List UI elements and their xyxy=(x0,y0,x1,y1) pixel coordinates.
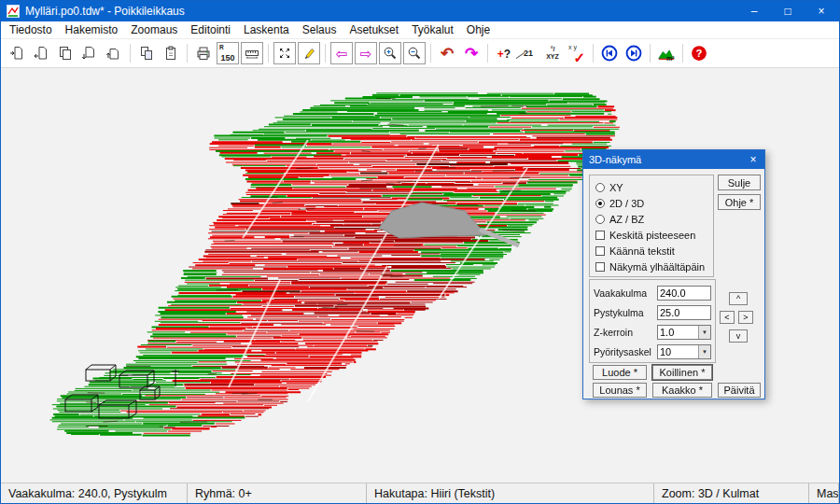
checkbox-icon xyxy=(595,231,605,240)
undo-button[interactable]: ↶ xyxy=(435,41,459,65)
coordinates-button[interactable]: °/XYZ xyxy=(540,41,565,65)
status-zoom: Zoom: 3D / Kulmat xyxy=(654,483,809,503)
sulje-button[interactable]: Sulje xyxy=(718,175,761,190)
checkbox-icon xyxy=(595,262,605,272)
previous-section-button[interactable] xyxy=(597,41,622,65)
view-mode-group: XY 2D / 3D AZ / BZ Keskitä pisteeseen Kä… xyxy=(589,175,714,277)
minimize-button[interactable]: – xyxy=(740,5,768,18)
copy-icon xyxy=(139,46,154,61)
read-file-button[interactable] xyxy=(5,41,29,65)
checkbox-kaanna-tekstit[interactable]: Käännä tekstit xyxy=(595,243,713,259)
redo-button[interactable]: ↷ xyxy=(459,41,483,65)
radio-az-bz[interactable]: AZ / BZ xyxy=(595,211,713,227)
pystykulma-field xyxy=(657,305,711,320)
z-kerroin-input[interactable] xyxy=(658,326,698,339)
volume-button[interactable]: m³ xyxy=(654,41,679,65)
zoom-out-button[interactable] xyxy=(403,42,426,64)
xy-checkmark-icon: x y✓ xyxy=(567,43,586,63)
menubar: Tiedosto Hakemisto Zoomaus Editointi Las… xyxy=(1,21,839,39)
page-arrow-in-icon xyxy=(9,46,24,61)
help-button[interactable]: ? xyxy=(687,41,711,65)
scale-icon: R150 xyxy=(217,44,238,63)
menu-tiedosto[interactable]: Tiedosto xyxy=(3,21,59,38)
write-file-button[interactable] xyxy=(29,41,53,65)
lounas-button[interactable]: Lounas * xyxy=(593,383,647,398)
rotate-right-button[interactable]: > xyxy=(738,311,753,324)
help-icon: ? xyxy=(691,45,707,62)
copy-button[interactable] xyxy=(134,41,159,65)
page-arrow-up-icon xyxy=(106,46,121,61)
pyoritysaskel-row: Pyöritysaskel ▼ xyxy=(590,342,715,361)
zoom-in-button[interactable] xyxy=(379,42,401,64)
toolbar-separator xyxy=(682,44,683,63)
pencil-icon xyxy=(301,46,316,61)
toolbar-separator xyxy=(487,44,488,63)
dialog-close-button[interactable]: × xyxy=(746,153,761,166)
point-query-icon: +? xyxy=(497,45,511,62)
pyoritysaskel-input[interactable] xyxy=(658,345,698,358)
maximize-button[interactable]: □ xyxy=(774,5,802,18)
printer-icon xyxy=(196,46,211,61)
vaakakulma-input[interactable] xyxy=(658,287,710,300)
approve-points-button[interactable]: x y✓ xyxy=(565,41,589,65)
menu-selaus[interactable]: Selaus xyxy=(296,21,343,38)
paivita-button[interactable]: Päivitä xyxy=(718,383,761,398)
pan-right-button[interactable]: ⇨ xyxy=(355,42,377,64)
radio-icon xyxy=(595,215,605,224)
pystykulma-input[interactable] xyxy=(658,306,710,319)
svg-text:?: ? xyxy=(696,48,703,59)
radio-2d-3d[interactable]: 2D / 3D xyxy=(595,195,713,211)
toolbar-separator xyxy=(130,44,131,63)
undo-icon: ↶ xyxy=(441,46,454,62)
menu-hakemisto[interactable]: Hakemisto xyxy=(59,21,125,38)
paste-button[interactable] xyxy=(159,41,183,65)
next-section-button[interactable] xyxy=(622,41,646,65)
menu-editointi[interactable]: Editointi xyxy=(184,21,237,38)
menu-asetukset[interactable]: Asetukset xyxy=(343,21,405,38)
ohje-button[interactable]: Ohje * xyxy=(718,194,761,210)
dialog-title: 3D-näkymä xyxy=(589,154,641,165)
menu-laskenta[interactable]: Laskenta xyxy=(237,21,296,38)
svg-text:m³: m³ xyxy=(666,55,675,62)
print-button[interactable] xyxy=(191,41,216,65)
drawing-area: 3D-näkymä × XY 2D / 3D AZ / BZ xyxy=(1,68,839,483)
toolbar: R150 ⇦ ⇨ xyxy=(1,39,839,68)
checkbox-keskita-pisteeseen[interactable]: Keskitä pisteeseen xyxy=(595,227,713,243)
fit-view-button[interactable] xyxy=(273,42,296,64)
magnifier-plus-icon xyxy=(383,46,398,61)
clipboard-icon xyxy=(163,46,178,61)
menu-tyokalut[interactable]: Työkalut xyxy=(405,21,460,38)
rotate-up-button[interactable]: ^ xyxy=(729,292,748,305)
koillinen-button[interactable]: Koillinen * xyxy=(652,365,712,380)
menu-ohje[interactable]: Ohje xyxy=(460,21,497,38)
export-file-button[interactable] xyxy=(102,41,126,65)
dropdown-arrow-icon[interactable]: ▼ xyxy=(698,326,710,339)
volume-m3-icon: m³ xyxy=(656,46,677,62)
scale-button[interactable]: R150 xyxy=(217,42,239,64)
dropdown-arrow-icon[interactable]: ▼ xyxy=(698,345,710,358)
app-icon xyxy=(7,5,20,18)
close-button[interactable]: × xyxy=(807,5,835,18)
arrow-right-icon: ⇨ xyxy=(360,47,372,61)
checkbox-nakyma-ylhaalta[interactable]: Näkymä ylhäältäpäin xyxy=(595,259,713,274)
radio-xy[interactable]: XY xyxy=(595,179,713,195)
dialog-titlebar[interactable]: 3D-näkymä × xyxy=(583,150,764,169)
ruler-icon xyxy=(245,46,259,61)
import-file-button[interactable] xyxy=(77,41,102,65)
kaakko-button[interactable]: Kaakko * xyxy=(652,383,712,398)
point-info-button[interactable]: +? xyxy=(492,41,516,65)
pan-left-button[interactable]: ⇦ xyxy=(330,42,353,64)
file-list-button[interactable] xyxy=(53,41,77,65)
z-kerroin-field: ▼ xyxy=(657,325,711,340)
luode-button[interactable]: Luode * xyxy=(593,365,647,380)
edit-draw-button[interactable] xyxy=(298,42,320,64)
rotate-left-button[interactable]: < xyxy=(720,311,735,324)
menu-zoomaus[interactable]: Zoomaus xyxy=(124,21,184,38)
vaakakulma-row: Vaakakulma xyxy=(590,283,715,302)
pages-icon xyxy=(58,46,73,61)
rotate-down-button[interactable]: v xyxy=(729,329,748,343)
measure-button[interactable] xyxy=(241,42,263,64)
point-number-button[interactable]: 21 xyxy=(516,41,540,65)
page-arrow-down-icon xyxy=(82,46,97,61)
page-arrow-out-icon xyxy=(34,46,49,61)
